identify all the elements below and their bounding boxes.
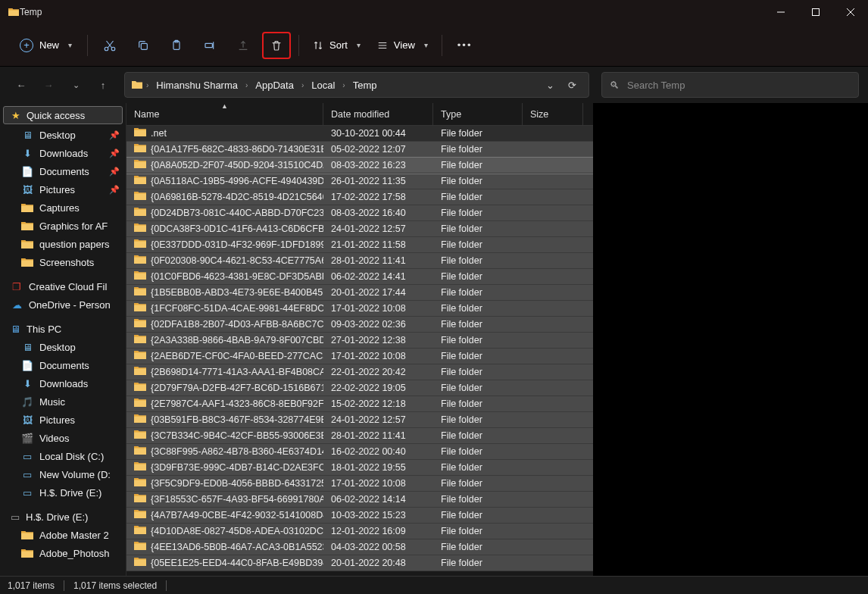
table-row[interactable]: {4EE13AD6-5B0B-46A7-ACA3-0B1A55237... 04… (126, 539, 593, 555)
file-date: 16-02-2022 00:40 (323, 446, 433, 457)
forward-button[interactable]: → (36, 73, 61, 97)
file-date: 24-01-2022 12:57 (323, 224, 433, 234)
sidebar-quick-access[interactable]: ★ Quick access (3, 106, 123, 124)
sidebar-item[interactable]: ▭ Local Disk (C:) (0, 447, 126, 465)
sidebar-item[interactable]: ▭ H.$. Drive (E:) (0, 483, 126, 502)
refresh-button[interactable]: ⟳ (562, 77, 582, 94)
drive-icon: ▭ (21, 486, 33, 499)
share-button[interactable] (229, 32, 258, 59)
sidebar-item[interactable]: 🎬 Videos (0, 429, 126, 447)
sidebar-item[interactable]: ☁ OneDrive - Person (0, 295, 126, 314)
table-row[interactable]: {05EE1E25-EED4-44C0-8FAB-E49BD39420... 2… (126, 555, 593, 571)
table-row[interactable]: {2D79F79A-D2FB-42F7-BC6D-1516B6710... 22… (126, 380, 593, 396)
file-type: File folder (433, 271, 523, 282)
breadcrumb[interactable]: Himanshu Sharma (151, 77, 242, 94)
table-row[interactable]: {0A69816B-5278-4D2C-8519-4D21C5646B... 1… (126, 189, 593, 205)
svg-point-2 (111, 47, 115, 51)
table-row[interactable]: {0DCA38F3-0D1C-41F6-A413-C6D6CFB4... 24-… (126, 221, 593, 237)
search-input[interactable]: 🔍︎ Search Temp (601, 72, 859, 98)
address-bar[interactable]: › Himanshu Sharma › AppData › Local › Te… (124, 72, 589, 98)
sidebar-this-pc[interactable]: 🖥 This PC (0, 320, 126, 338)
sidebar-item[interactable]: 🎵 Music (0, 392, 126, 411)
sort-label: Sort (329, 39, 348, 51)
table-row[interactable]: {0F020308-90C4-4621-8C53-4CE7775A6A... 2… (126, 253, 593, 269)
search-placeholder: Search Temp (627, 80, 685, 91)
table-row[interactable]: {3F5C9DF9-ED0B-4056-BBBD-64331725E9... 1… (126, 476, 593, 492)
chevron-down-icon: ▾ (68, 41, 72, 49)
table-row[interactable]: {2AEB6D7E-CF0C-4FA0-BEED-277CAC5E3... 17… (126, 349, 593, 364)
table-row[interactable]: {1B5EBB0B-ABD3-4E73-9E6E-B400B45B1... 20… (126, 285, 593, 301)
sidebar-item[interactable]: question papers (0, 235, 126, 253)
recent-button[interactable]: ⌄ (64, 73, 88, 97)
table-row[interactable]: {02DFA1B8-2B07-4D03-AFBB-8A6BC7C0... 09-… (126, 317, 593, 333)
table-row[interactable]: {3D9FB73E-999C-4DB7-B14C-D2AE3FC7A... 18… (126, 460, 593, 476)
sidebar-item[interactable]: 🖼 Pictures 📌 (0, 180, 126, 199)
table-row[interactable]: {4A7B7A49-0CBE-4F42-9032-5141008D4D... 1… (126, 508, 593, 524)
sidebar-item[interactable]: Graphics for AF (0, 217, 126, 235)
sidebar-item[interactable]: ▭ New Volume (D: (0, 465, 126, 483)
table-row[interactable]: {0A8A052D-2F07-450D-9204-31510C4DA... 08… (126, 158, 593, 174)
file-date: 22-02-2022 19:05 (323, 383, 433, 393)
sidebar-drive-e[interactable]: ▭ H.$. Drive (E:) (0, 508, 126, 526)
sort-button[interactable]: Sort ▾ (307, 35, 367, 55)
table-row[interactable]: {0A1A17F5-682C-4833-86D0-71430E31EF... 0… (126, 142, 593, 158)
separator (166, 580, 167, 591)
close-button[interactable] (833, 0, 868, 24)
sidebar-item-label: Downloads (39, 378, 88, 389)
table-row[interactable]: {3F18553C-657F-4A93-BF54-66991780AE6... … (126, 492, 593, 508)
folder-icon (134, 159, 146, 171)
sidebar-item-label: Pictures (39, 184, 75, 195)
view-button[interactable]: View ▾ (371, 35, 434, 55)
sidebar-item[interactable]: Adobe_Photosh (0, 544, 126, 562)
sidebar-item[interactable]: Captures (0, 199, 126, 217)
table-row[interactable]: {4D10DA8E-0827-45D8-ADEA-03102DC2... 12-… (126, 524, 593, 539)
table-row[interactable]: {2E7987C4-AAF1-4323-86C8-8EB0F92F23... 1… (126, 396, 593, 412)
folder-icon (134, 350, 146, 362)
chevron-down-icon[interactable]: ⌄ (540, 77, 560, 94)
table-row[interactable]: {2A3A338B-9866-4BAB-9A79-8F007CBD8... 27… (126, 333, 593, 349)
copy-button[interactable] (129, 32, 158, 59)
sidebar-item[interactable]: 🖥 Desktop 📌 (0, 126, 126, 144)
table-row[interactable]: {03B591FB-B8C3-467F-8534-328774E9BD... 2… (126, 412, 593, 428)
folder-icon (131, 79, 143, 91)
table-row[interactable]: {1FCF08FC-51DA-4CAE-9981-44EF8DCA5... 17… (126, 301, 593, 317)
sidebar-item[interactable]: 🖼 Pictures (0, 411, 126, 429)
table-row[interactable]: {01C0FBD6-4623-4381-9E8C-DF3D5ABF8... 06… (126, 269, 593, 285)
breadcrumb[interactable]: Temp (348, 77, 382, 94)
minimize-button[interactable] (763, 0, 798, 24)
rename-button[interactable] (195, 32, 224, 59)
table-row[interactable]: {3C88F995-A862-4B78-B360-4E6374D143... 1… (126, 444, 593, 460)
back-button[interactable]: ← (9, 73, 33, 97)
sidebar-item[interactable]: 🖥 Desktop (0, 338, 126, 356)
table-row[interactable]: {0E337DDD-031D-4F32-969F-1DFD189964... 2… (126, 237, 593, 253)
table-row[interactable]: {3C7B334C-9B4C-42CF-BB55-93006E3E9... 28… (126, 428, 593, 444)
col-type[interactable]: Type (433, 103, 523, 125)
breadcrumb[interactable]: Local (307, 77, 339, 94)
sidebar-item[interactable]: Screenshots (0, 253, 126, 271)
table-row[interactable]: {0A5118AC-19B5-4996-ACFE-4940439D9... 26… (126, 174, 593, 189)
sidebar-item[interactable]: Adobe Master 2 (0, 526, 126, 544)
col-name[interactable]: Name▲ (126, 103, 323, 125)
paste-button[interactable] (162, 32, 191, 59)
more-button[interactable]: ••• (450, 39, 480, 51)
sidebar-item[interactable]: 📄 Documents 📌 (0, 162, 126, 180)
folder-icon (134, 334, 146, 346)
table-row[interactable]: {0D24DB73-081C-440C-ABBD-D70FC2371... 08… (126, 205, 593, 221)
sidebar-item[interactable]: ⬇ Downloads (0, 374, 126, 392)
up-button[interactable]: ↑ (91, 73, 115, 97)
col-size[interactable]: Size (523, 103, 583, 125)
sidebar-item[interactable]: 📄 Documents (0, 356, 126, 374)
table-row[interactable]: {2B698D14-7771-41A3-AAA1-BF4B08CA0... 22… (126, 364, 593, 380)
cut-button[interactable] (95, 32, 124, 59)
sidebar-item[interactable]: ❐ Creative Cloud Fil (0, 277, 126, 295)
delete-button[interactable] (262, 32, 291, 59)
sidebar-item[interactable]: ⬇ Downloads 📌 (0, 144, 126, 162)
table-row[interactable]: .net 30-10-2021 00:44 File folder (126, 126, 593, 142)
breadcrumb[interactable]: AppData (251, 77, 298, 94)
new-button[interactable]: + New ▾ (12, 34, 80, 57)
col-date[interactable]: Date modified (323, 103, 433, 125)
file-type: File folder (433, 430, 523, 441)
view-label: View (394, 39, 415, 51)
maximize-button[interactable] (798, 0, 833, 24)
pictures-icon: 🖼 (21, 414, 33, 426)
